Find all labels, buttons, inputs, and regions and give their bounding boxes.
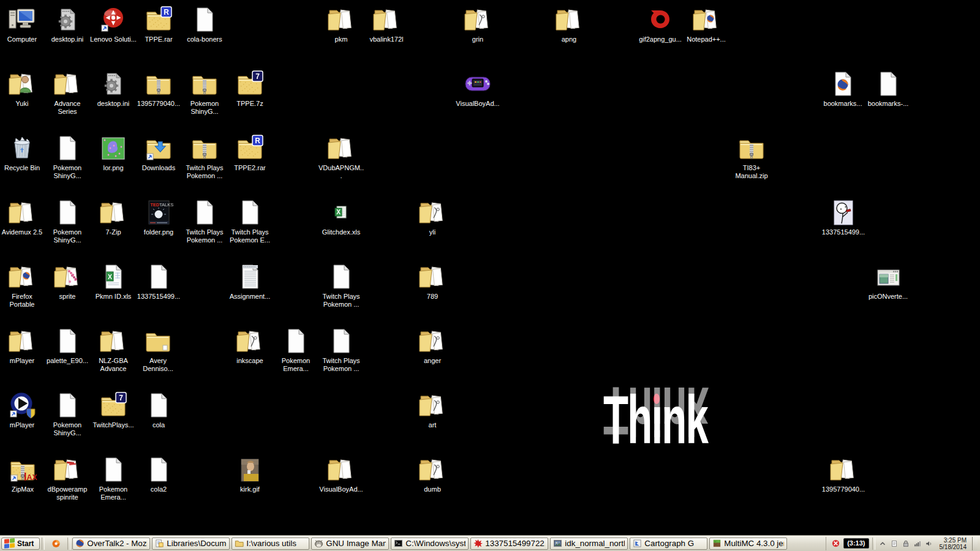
tray-clipboard-icon[interactable] bbox=[890, 539, 899, 548]
desktop-icon-cola2[interactable]: cola2 bbox=[135, 455, 182, 493]
desktop-icon-mplayer[interactable]: mPlayer bbox=[0, 326, 45, 365]
desktop-icon-1337515499[interactable]: 1337515499... bbox=[135, 262, 182, 301]
start-button[interactable]: Start bbox=[1, 538, 40, 550]
firefox-icon bbox=[75, 539, 85, 548]
icon-label: Advance Series bbox=[44, 100, 91, 116]
desktop-icon-gif2apng-gu[interactable]: gif2apng_gu... bbox=[637, 5, 684, 43]
icon-label: Glitchdex.xls bbox=[318, 228, 364, 236]
folder-img-icon bbox=[418, 198, 447, 227]
desktop-icon-twitch-plays-pokemon[interactable]: Twitch Plays Pokemon ... bbox=[181, 198, 228, 244]
desktop-icon-advance-series[interactable]: Advance Series bbox=[44, 69, 91, 116]
desktop-icon-visualboyad[interactable]: VisualBoyAd... bbox=[454, 69, 501, 108]
desktop-icon-1395779040[interactable]: 1395779040... bbox=[135, 69, 182, 108]
folder-rar-icon: R bbox=[235, 133, 265, 163]
desktop-icon-bookmarks[interactable]: bookmarks... bbox=[820, 69, 866, 108]
desktop-icon-tppe2-rar[interactable]: RTPPE2.rar bbox=[227, 133, 273, 172]
task-button-firefox[interactable]: OverTalk2 - Mozilla... bbox=[72, 538, 150, 550]
quick-launch-media-player-icon[interactable] bbox=[51, 539, 61, 548]
desktop-icon-downloads[interactable]: Downloads bbox=[135, 133, 182, 172]
desktop-icon-avery-denniso[interactable]: Avery Denniso... bbox=[135, 326, 181, 373]
desktop-icon-vdubapngm[interactable]: VDubAPNGM... bbox=[318, 133, 364, 180]
desktop-icon-yli[interactable]: yli bbox=[409, 198, 456, 236]
tray-signal-bars-icon[interactable] bbox=[913, 539, 922, 548]
desktop-icon-sprite[interactable]: sprite bbox=[44, 262, 91, 301]
desktop-icon-piconverte[interactable]: picONverte... bbox=[865, 262, 911, 301]
task-button-cmd[interactable]: C:\Windows\syste... bbox=[391, 538, 469, 550]
desktop-icon-pokemon-shinyg[interactable]: Pokemon ShinyG... bbox=[44, 133, 91, 180]
desktop-icon-desktop-ini[interactable]: desktop.ini bbox=[44, 5, 91, 43]
desktop-icon-1337515499[interactable]: 1337515499... bbox=[820, 198, 867, 236]
desktop-icon-789[interactable]: 789 bbox=[409, 262, 456, 301]
desktop-icon-mplayer[interactable]: mPlayer bbox=[0, 391, 45, 429]
task-button-minecraft[interactable]: MultiMC 4.3.0 jenk... bbox=[709, 538, 787, 550]
tray-volume-icon[interactable] bbox=[925, 539, 934, 548]
desktop-icon-dumb[interactable]: dumb bbox=[409, 455, 456, 493]
clock-date: 5/18/2014 bbox=[940, 544, 967, 550]
desktop-icon-ti83-manual-zip[interactable]: TI83+ Manual.zip bbox=[728, 133, 775, 180]
desktop-icon-firefox-portable[interactable]: Firefox Portable bbox=[0, 262, 45, 309]
windows-logo-icon bbox=[4, 538, 15, 549]
desktop-icon-kirk-gif[interactable]: kirk.gif bbox=[227, 455, 273, 493]
desktop-icon-twitch-plays-pokemon-e[interactable]: Twitch Plays Pokemon E... bbox=[227, 198, 273, 244]
desktop-icon-computer[interactable]: Computer bbox=[0, 5, 45, 43]
desktop-icon-recycle-bin[interactable]: Recycle Bin bbox=[0, 133, 45, 172]
icon-label: art bbox=[409, 421, 456, 429]
tray-alert-icon[interactable] bbox=[831, 539, 840, 548]
desktop-icon-tppe-7z[interactable]: 7TPPE.7z bbox=[227, 69, 273, 108]
desktop-icon-avidemux-2-5[interactable]: Avidemux 2.5 bbox=[0, 198, 45, 236]
desktop-icon-pokemon-shinyg[interactable]: Pokemon ShinyG... bbox=[181, 69, 228, 116]
desktop-icon-cola-boners[interactable]: cola-boners bbox=[181, 5, 228, 43]
desktop-icon-pokemon-shinyg[interactable]: Pokemon ShinyG... bbox=[44, 198, 91, 244]
desktop-icon-pokemon-shinyg[interactable]: Pokemon ShinyG... bbox=[44, 391, 91, 437]
folder-files-icon bbox=[326, 5, 356, 34]
task-button-image[interactable]: idk_normal_north... bbox=[550, 538, 628, 550]
task-button-explorer[interactable]: Libraries\Documents bbox=[152, 538, 230, 550]
clock[interactable]: 3:25 PM 5/18/2014 bbox=[940, 537, 967, 550]
desktop-icon-twitch-plays-pokemon[interactable]: Twitch Plays Pokemon ... bbox=[181, 133, 228, 180]
desktop-icon-notepad[interactable]: Notepad++... bbox=[683, 5, 729, 43]
desktop-icon-art[interactable]: art bbox=[409, 391, 456, 429]
desktop-icon-twitch-plays-pokemon[interactable]: Twitch Plays Pokemon ... bbox=[318, 326, 364, 373]
system-tray: (3:13) 3:25 PM 5/18/2014 bbox=[826, 537, 979, 550]
tray-separator bbox=[872, 538, 875, 550]
desktop-icon-apng[interactable]: apng bbox=[546, 5, 592, 43]
desktop-icon-twitch-plays-pokemon[interactable]: Twitch Plays Pokemon ... bbox=[318, 262, 364, 309]
desktop-icon-folder-png[interactable]: TEDTALKSfolder.png bbox=[135, 198, 182, 236]
desktop-icon-1395779040[interactable]: 1395779040... bbox=[820, 455, 867, 493]
desktop-icon-zipmax[interactable]: AXZipMax bbox=[0, 455, 46, 493]
desktop-icon-pkm[interactable]: pkm bbox=[318, 5, 364, 43]
zipmax-icon: AX bbox=[8, 455, 37, 484]
tray-lock-icon[interactable] bbox=[902, 539, 911, 548]
task-button-gimp[interactable]: GNU Image Manip... bbox=[311, 538, 389, 550]
task-button-map[interactable]: Cartograph G bbox=[630, 538, 707, 550]
desktop-icon-lor-png[interactable]: lor.png bbox=[90, 133, 137, 172]
desktop-icon-nlz-gba-advance[interactable]: NLZ-GBA Advance bbox=[90, 326, 137, 373]
desktop-icon-cola[interactable]: cola bbox=[135, 391, 182, 429]
desktop-icon-grin[interactable]: grin bbox=[454, 5, 501, 43]
folder-files-icon bbox=[99, 198, 128, 227]
desktop-icon-twitchplays[interactable]: 7TwitchPlays... bbox=[90, 391, 137, 429]
desktop-icon-anger[interactable]: anger bbox=[409, 326, 456, 365]
desktop-icon-glitchdex-xls[interactable]: XGlitchdex.xls bbox=[318, 198, 364, 236]
desktop-icon-palette-e90[interactable]: palette_E90... bbox=[44, 326, 91, 365]
desktop-icon-assignment[interactable]: Assignment... bbox=[227, 262, 273, 301]
desktop-icon-inkscape[interactable]: inkscape bbox=[227, 326, 273, 365]
desktop-icon-yuki[interactable]: Yuki bbox=[0, 69, 45, 108]
desktop-icon-bookmarks[interactable]: bookmarks-... bbox=[865, 69, 911, 108]
tray-chevron-up-icon[interactable] bbox=[878, 539, 888, 548]
show-desktop-button[interactable] bbox=[972, 537, 978, 550]
tray-timer-badge[interactable]: (3:13) bbox=[843, 538, 869, 549]
desktop-icon-tppe-rar[interactable]: RTPPE.rar bbox=[135, 5, 182, 43]
task-button-paint[interactable]: 1337515499722.p... bbox=[470, 538, 548, 550]
desktop-icon-pkmn-id-xls[interactable]: XPkmn ID.xls bbox=[90, 262, 137, 301]
folder-firefox-icon bbox=[7, 262, 37, 291]
desktop-icon-lenovo-soluti[interactable]: Lenovo Soluti... bbox=[90, 5, 137, 43]
desktop-icon-desktop-ini[interactable]: desktop.ini bbox=[90, 69, 137, 108]
desktop-icon-pokemon-emera[interactable]: Pokemon Emera... bbox=[90, 455, 137, 501]
desktop-icon-dbpoweramp-spinrite[interactable]: dBpoweramp spinrite bbox=[44, 455, 91, 501]
desktop-icon-7-zip[interactable]: 7-Zip bbox=[90, 198, 137, 236]
desktop-icon-pokemon-emera[interactable]: Pokemon Emera... bbox=[273, 326, 319, 373]
desktop-icon-vbalink172l[interactable]: vbalink172l bbox=[363, 5, 410, 43]
desktop-icon-visualboyad[interactable]: VisualBoyAd... bbox=[318, 455, 364, 493]
task-button-folder[interactable]: I:\various utils bbox=[232, 538, 309, 550]
